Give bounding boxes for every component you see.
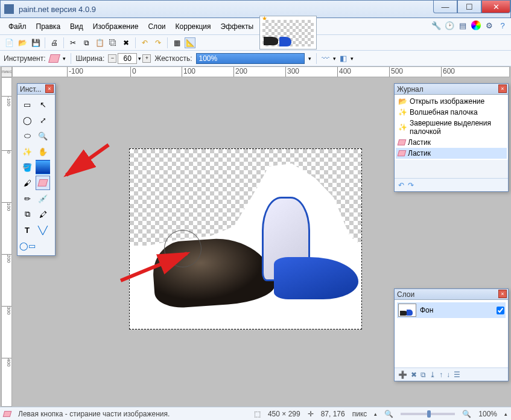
current-tool-eraser-icon[interactable]	[48, 54, 60, 63]
menu-adjustments[interactable]: Коррекция	[171, 20, 216, 33]
ruler-toggle-icon[interactable]: 📐	[185, 37, 195, 48]
undo-icon[interactable]: ↶	[139, 37, 150, 48]
tool-clone-stamp[interactable]: ⧉	[20, 207, 34, 221]
save-file-icon[interactable]: 💾	[30, 37, 41, 48]
merge-down-icon[interactable]: ⤓	[430, 371, 436, 379]
zoom-in-icon[interactable]: 🔍	[462, 410, 471, 418]
tool-gradient[interactable]	[36, 160, 50, 174]
new-file-icon[interactable]: 📄	[4, 37, 14, 48]
grid-icon[interactable]: ▦	[171, 37, 182, 48]
zoom-dropdown-icon[interactable]: ▴	[504, 411, 507, 417]
history-undo-icon[interactable]: ↶	[398, 181, 404, 189]
help-icon[interactable]: ?	[498, 21, 507, 30]
tools-window-icon[interactable]: 🔧	[431, 21, 441, 30]
antialias-dropdown-icon[interactable]: ▾	[333, 56, 336, 62]
brush-width-stepper[interactable]: − ▾ +	[108, 53, 151, 64]
hardness-slider[interactable]: 100%	[196, 53, 305, 64]
tool-shapes[interactable]: ◯▭	[20, 238, 34, 253]
history-item[interactable]: Ластик	[396, 148, 507, 159]
tool-rectangle-select[interactable]: ▭	[20, 97, 34, 112]
layer-visibility-checkbox[interactable]	[497, 307, 504, 314]
window-maximize-button[interactable]: ☐	[457, 1, 481, 13]
history-window-icon[interactable]: 🕑	[445, 21, 454, 30]
settings-icon[interactable]: ⚙	[484, 21, 494, 30]
window-close-button[interactable]: ✕	[481, 1, 510, 13]
menu-file[interactable]: Файл	[4, 20, 31, 33]
tool-eraser[interactable]	[36, 176, 50, 190]
width-dropdown-icon[interactable]: ▾	[138, 56, 141, 62]
tool-pencil[interactable]: ✏	[20, 191, 34, 206]
blend-dropdown-icon[interactable]: ▾	[351, 56, 354, 62]
tool-line[interactable]: ╲╱	[36, 223, 50, 237]
copy-icon[interactable]: ⧉	[81, 37, 92, 48]
duplicate-layer-icon[interactable]: ⧉	[421, 371, 426, 379]
layers-window-icon[interactable]: ▤	[458, 21, 468, 30]
redo-icon[interactable]: ↷	[153, 37, 163, 48]
crop-icon[interactable]: ⿻	[107, 37, 118, 48]
layers-panel[interactable]: Слои × Фон ➕ ✖ ⧉ ⤓ ↑ ↓ ☰	[394, 288, 509, 381]
dimensions-icon: ⬚	[254, 410, 261, 418]
window-minimize-button[interactable]: —	[433, 1, 457, 13]
history-panel-close-button[interactable]: ×	[498, 84, 507, 93]
history-item[interactable]: ✨Завершение выделения палочкой	[396, 118, 507, 137]
layer-properties-icon[interactable]: ☰	[454, 371, 460, 379]
tools-panel-titlebar[interactable]: Инст... ×	[17, 84, 55, 95]
tool-paintbrush[interactable]: 🖌	[20, 176, 34, 190]
paste-icon[interactable]: 📋	[94, 37, 105, 48]
tool-move-selection[interactable]: ⤢	[36, 113, 50, 127]
width-decrease-button[interactable]: −	[108, 54, 116, 63]
layers-panel-titlebar[interactable]: Слои ×	[395, 289, 508, 300]
antialias-icon[interactable]: 〰	[322, 54, 329, 63]
print-icon[interactable]: 🖨	[49, 37, 60, 48]
colors-window-icon[interactable]	[471, 21, 481, 30]
wand-icon: ✨	[398, 108, 407, 116]
history-item-label: Открыть изображение	[410, 97, 484, 106]
tool-recolor[interactable]: 🖍	[36, 207, 50, 221]
deselect-icon[interactable]: ✖	[121, 37, 132, 48]
menu-view[interactable]: Вид	[65, 20, 88, 33]
history-panel-titlebar[interactable]: Журнал ×	[395, 84, 508, 95]
open-file-icon[interactable]: 📂	[17, 37, 28, 48]
delete-layer-icon[interactable]: ✖	[411, 371, 417, 379]
tool-magic-wand[interactable]: ✨	[20, 144, 34, 159]
ruler-unit: пикс	[1, 66, 12, 77]
status-zoom: 100%	[478, 410, 497, 418]
tool-zoom[interactable]: 🔍	[36, 129, 50, 143]
status-unit[interactable]: пикс	[352, 410, 367, 418]
blend-mode-icon[interactable]: ◧	[340, 54, 347, 63]
width-increase-button[interactable]: +	[142, 54, 151, 63]
layer-item[interactable]: Фон	[397, 302, 506, 318]
hardness-dropdown-icon[interactable]: ▾	[308, 56, 311, 62]
menu-bar: Файл Правка Вид Изображение Слои Коррекц…	[0, 18, 511, 35]
tool-move-selected[interactable]: ↖	[36, 97, 50, 112]
history-redo-icon[interactable]: ↷	[408, 181, 414, 189]
document-thumbnail[interactable]: ★	[259, 16, 317, 49]
menu-layers[interactable]: Слои	[143, 20, 170, 33]
history-item[interactable]: ✨Волшебная палочка	[396, 107, 507, 118]
layers-panel-close-button[interactable]: ×	[498, 290, 507, 298]
menu-edit[interactable]: Правка	[31, 20, 66, 33]
tools-panel-close-button[interactable]: ×	[45, 84, 54, 93]
move-up-icon[interactable]: ↑	[439, 371, 443, 379]
tool-color-picker[interactable]: 💉	[36, 191, 50, 206]
canvas[interactable]	[129, 148, 362, 329]
zoom-out-icon[interactable]: 🔍	[384, 410, 393, 418]
history-item[interactable]: Ластик	[396, 137, 507, 148]
menu-image[interactable]: Изображение	[88, 20, 144, 33]
menu-effects[interactable]: Эффекты	[216, 20, 259, 33]
add-layer-icon[interactable]: ➕	[398, 371, 407, 379]
history-panel[interactable]: Журнал × 📂Открыть изображение ✨Волшебная…	[394, 83, 509, 192]
tool-pan[interactable]: ✋	[36, 144, 50, 159]
tools-panel[interactable]: Инст... × ▭ ↖ ◯ ⤢ ⬭ 🔍 ✨ ✋ 🪣 🖌 ✏ 💉 ⧉ 🖍 T …	[17, 83, 56, 256]
history-item[interactable]: 📂Открыть изображение	[396, 96, 507, 107]
unit-dropdown-icon[interactable]: ▴	[374, 411, 377, 417]
brush-width-input[interactable]	[118, 53, 137, 64]
zoom-slider[interactable]	[401, 413, 455, 415]
tool-lasso-select[interactable]: ◯	[20, 113, 34, 127]
move-down-icon[interactable]: ↓	[446, 371, 450, 379]
tool-dropdown-icon[interactable]: ▾	[63, 56, 66, 62]
tool-text[interactable]: T	[20, 223, 34, 237]
tool-paint-bucket[interactable]: 🪣	[20, 160, 34, 174]
tool-ellipse-select[interactable]: ⬭	[20, 129, 34, 143]
cut-icon[interactable]: ✂	[68, 37, 78, 48]
